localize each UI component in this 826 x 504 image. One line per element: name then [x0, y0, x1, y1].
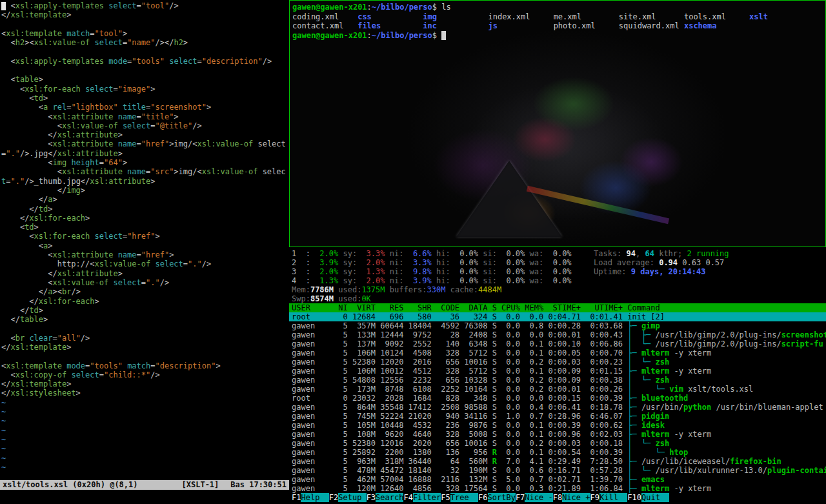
file-entry: site.xml	[619, 12, 684, 21]
process-row[interactable]: root 0 23032 2028 1684 828 348 S 0.0 0.0…	[289, 394, 826, 403]
file-entry: js	[488, 21, 553, 30]
file-entry: inc	[423, 21, 488, 30]
htop-tasks-info: Tasks: 94, 64 kthr; 2 running Load avera…	[594, 249, 729, 276]
process-row[interactable]: gawen 5 357M 60644 18404 4592 76308 S 0.…	[289, 321, 826, 330]
process-row[interactable]: gawen 5 106M 10124 4508 328 5712 S 0.0 0…	[289, 348, 826, 358]
statusline-mode: [XSLT-1]	[182, 480, 219, 490]
process-row[interactable]: gawen 5 108M 9620 4640 328 5008 S 0.0 0.…	[289, 430, 826, 439]
fkey-F10[interactable]: F10Quit	[627, 493, 669, 502]
process-row[interactable]: gawen 5 106M 10012 4512 328 5712 S 0.0 0…	[289, 367, 826, 376]
process-row[interactable]: gawen 5 25892 2200 1380 136 956 R 0.0 0.…	[289, 448, 826, 457]
file-entry: xslt	[749, 12, 768, 21]
prism-artwork	[456, 161, 562, 237]
process-row[interactable]: root 0 12684 696 580 36 324 S 0.0 0.0 0:…	[289, 312, 826, 321]
process-row[interactable]: gawen 5 133M 12444 9752 28 2408 S 0.0 0.…	[289, 330, 826, 339]
process-row[interactable]: gawen 5 745M 52224 21020 940 34116 S 1.0…	[289, 412, 826, 421]
file-entry: css	[358, 12, 423, 21]
htop-column-header[interactable]: USER NI VIRT RES SHR CODE DATA S CPU% ME…	[289, 303, 826, 312]
vim-editor-pane[interactable]: <xsl:apply-templates select="tool"/> </x…	[0, 0, 289, 504]
process-row[interactable]: gawen 5 173M 8748 6108 2252 10164 S 0.0 …	[289, 385, 826, 394]
htop-window[interactable]: 1 : 2.0% sy: 3.3% ni: 6.6% hi: 0.0% si: …	[289, 248, 826, 504]
process-row[interactable]: gawen 5 105M 10448 4532 236 9876 S 0.0 0…	[289, 421, 826, 430]
file-entry: img	[423, 12, 488, 21]
terminal-output[interactable]: gawen@gawen-x201:~/bilbo/perso$ ls codin…	[292, 3, 768, 40]
file-entry: coding.xml	[292, 12, 358, 21]
desktop: <xsl:apply-templates select="tool"/> </x…	[0, 0, 826, 504]
editor-statusline: xslt/tools.xsl (0x20h) @(8,1) [XSLT-1] B…	[0, 480, 289, 490]
fkey-F5[interactable]: F5Tree	[441, 493, 478, 502]
file-entry: files	[358, 21, 423, 30]
htop-process-list[interactable]: root 0 12684 696 580 36 324 S 0.0 0.0 0:…	[289, 312, 826, 493]
file-entry: squidward.xml	[619, 21, 684, 30]
process-row[interactable]: gawen 5 54808 12556 2232 656 10328 S 0.0…	[289, 376, 826, 385]
fkey-F8[interactable]: F8Nice +	[553, 493, 590, 502]
fkey-F7[interactable]: F7Nice -	[516, 493, 553, 502]
file-entry: xschema	[684, 21, 717, 30]
statusline-file-info: xslt/tools.xsl (0x20h) @(8,1)	[3, 480, 138, 490]
process-row[interactable]: gawen 5 864M 35548 17412 2508 98588 S 0.…	[289, 403, 826, 412]
fkey-F2[interactable]: F2Setup	[329, 493, 367, 502]
process-row[interactable]: gawen 5 52380 12020 2016 656 10016 S 0.0…	[289, 358, 826, 367]
file-entry: photo.xml	[554, 21, 619, 30]
file-entry: index.xml	[488, 12, 553, 21]
fkey-F1[interactable]: F1Help	[292, 493, 329, 502]
process-row[interactable]: gawen 5 963M 318M 36440 64 560M R 7.0 4.…	[289, 457, 826, 466]
process-row[interactable]: gawen 5 462M 57004 16888 2116 132M S 5.0…	[289, 475, 826, 484]
editor-cursor	[1, 2, 6, 10]
statusline-position-time: Bas 17:30:51	[230, 480, 287, 490]
process-row[interactable]: gawen 5 137M 9092 2552 140 6348 S 0.0 0.…	[289, 339, 826, 348]
fkey-F3[interactable]: F3Search	[367, 493, 404, 502]
process-row[interactable]: gawen 5 52380 12016 2020 656 10016 S 0.0…	[289, 439, 826, 448]
htop-cpu-memory-meters: 1 : 2.0% sy: 3.3% ni: 6.6% hi: 0.0% si: …	[292, 249, 572, 303]
terminal-window[interactable]: gawen@gawen-x201:~/bilbo/perso$ ls codin…	[289, 0, 826, 247]
file-entry: tools.xml	[684, 12, 749, 21]
fkey-F4[interactable]: F4Filter	[403, 493, 441, 502]
terminal-cursor	[441, 31, 446, 40]
file-entry: me.xml	[554, 12, 619, 21]
fkey-F9[interactable]: F9Kill	[590, 493, 628, 502]
process-row[interactable]: gawen 5 120M 12640 4856 328 17564 S 0.0 …	[289, 484, 826, 493]
fkey-F6[interactable]: F6SortBy	[478, 493, 516, 502]
htop-function-key-bar[interactable]: F1Help F2Setup F3SearchF4FilterF5Tree F6…	[289, 493, 826, 502]
editor-buffer[interactable]: <xsl:apply-templates select="tool"/> </x…	[1, 1, 289, 472]
process-row[interactable]: gawen 5 478M 45472 18140 32 190M S 0.0 0…	[289, 466, 826, 475]
file-entry: contact.xml	[292, 21, 358, 30]
